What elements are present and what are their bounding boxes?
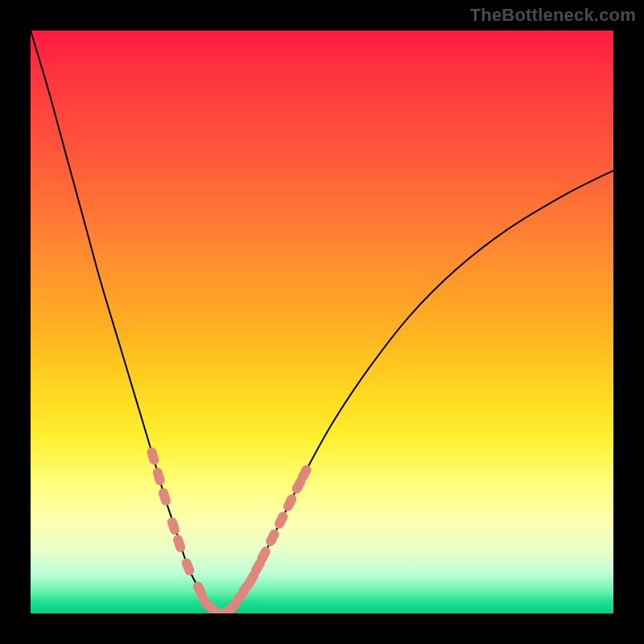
bottleneck-curve-path xyxy=(31,31,613,613)
plot-area xyxy=(31,31,613,613)
curve-marker xyxy=(158,487,172,507)
chart-frame: TheBottleneck.com xyxy=(0,0,644,644)
curve-layer xyxy=(31,31,613,613)
curve-marker xyxy=(282,493,299,513)
curve-marker xyxy=(180,557,196,577)
marker-group xyxy=(146,446,313,613)
curve-marker xyxy=(166,516,180,536)
curve-marker xyxy=(171,534,186,554)
curve-marker xyxy=(151,467,166,486)
curve-marker xyxy=(273,510,290,530)
curve-marker xyxy=(264,527,281,547)
watermark-text: TheBottleneck.com xyxy=(470,5,636,26)
curve-marker xyxy=(146,446,160,465)
